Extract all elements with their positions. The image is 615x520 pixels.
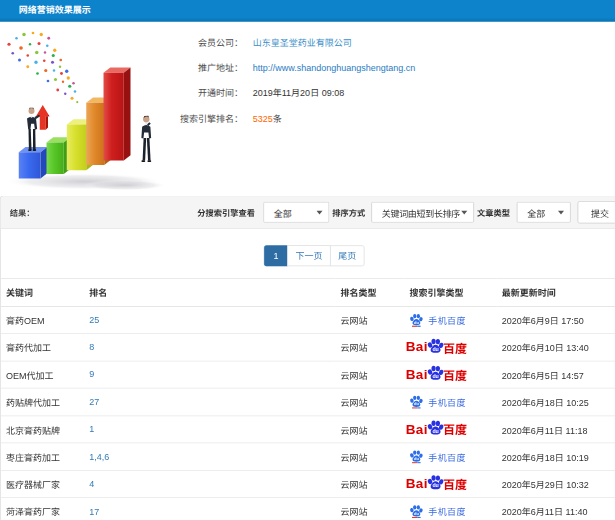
sort-label: 排序方式 (332, 206, 365, 218)
rank-type-cell: 云网站 (335, 388, 404, 415)
next-page-button[interactable]: 下一页 (287, 245, 331, 266)
mobile-baidu-logo: du 手机百度 (410, 313, 466, 327)
table-row: 膏药OEM 25 云网站 du (1, 306, 615, 333)
article-type-select[interactable]: 全部 (517, 202, 571, 223)
chevron-down-icon (461, 211, 467, 215)
member-fields: 会员公司：山东皇圣堂药业有限公司 推广地址：http://www.shandon… (0, 37, 345, 138)
rank-type-cell: 云网站 (335, 416, 404, 443)
mobile-baidu-logo: du 手机百度 (410, 449, 466, 463)
rank-type-cell: 云网站 (335, 443, 404, 470)
baidu-paw-icon: du (426, 337, 445, 356)
mobile-baidu-label: 手机百度 (428, 395, 466, 408)
baidu-logo: Bai du 百度 (406, 419, 467, 440)
submit-button[interactable]: 提交 (578, 201, 615, 224)
open-time-value: 2019年11月20日 09:08 (253, 88, 344, 99)
field-open-time: 开通时间：2019年11月20日 09:08 (0, 87, 345, 99)
company-link[interactable]: 山东皇圣堂药业有限公司 (253, 38, 352, 49)
svg-text:du: du (432, 373, 438, 379)
rank-cell: 8 (84, 333, 335, 360)
pagination: 1 下一页 尾页 (1, 229, 615, 279)
keyword-cell: 菏泽膏药厂家 (1, 498, 84, 520)
engine-type-cell: du 手机百度 Bai (404, 498, 496, 520)
mobile-baidu-label: 手机百度 (428, 450, 466, 463)
rank-cell: 9 (84, 361, 335, 388)
svg-text:du: du (414, 402, 419, 407)
updated-cell: 2020年6月18日 10:25 (497, 388, 615, 415)
rank-cell: 1,4,6 (84, 443, 335, 470)
baidu-latin-text: Bai (406, 421, 428, 437)
engine-type-cell: du 手机百度 Bai (404, 361, 496, 388)
filter-controls: 分搜索引擎查看 全部 排序方式 关键词由短到长排序 文章类型 全部 提交 (197, 201, 615, 224)
rank-cell: 4 (84, 470, 335, 497)
url-label: 推广地址： (0, 62, 243, 74)
updated-cell: 2020年6月10日 13:40 (497, 333, 615, 360)
svg-text:du: du (432, 428, 438, 434)
page-title: 网络营销效果展示 (19, 5, 91, 16)
baidu-latin-text: Bai (406, 476, 428, 492)
updated-cell: 2020年6月9日 17:50 (497, 306, 615, 333)
keyword-cell: 北京膏药贴牌 (1, 416, 84, 443)
col-header-keyword: 关键词 (1, 279, 84, 306)
last-page-button[interactable]: 尾页 (330, 245, 365, 266)
chevron-down-icon (317, 211, 323, 215)
member-info-section: 会员公司：山东皇圣堂药业有限公司 推广地址：http://www.shandon… (0, 22, 615, 196)
keyword-cell: 膏药OEM (1, 306, 84, 333)
engine-type-cell: du 手机百度 Bai (404, 416, 496, 443)
chevron-down-icon (558, 211, 564, 215)
updated-cell: 2020年6月11日 11:18 (497, 416, 615, 443)
baidu-paw-icon: du (426, 419, 445, 438)
baidu-cn-text: 百度 (443, 365, 467, 383)
promo-url-link[interactable]: http://www.shandonghuangshengtang.cn (253, 63, 416, 74)
open-time-label: 开通时间： (0, 87, 243, 99)
page-1-button[interactable]: 1 (264, 245, 288, 266)
keyword-cell: 医疗器械厂家 (1, 470, 84, 497)
baidu-latin-text: Bai (406, 339, 428, 355)
rank-type-cell: 云网站 (335, 498, 404, 520)
baidu-cn-text: 百度 (443, 420, 467, 438)
rank-count-unit: 条 (273, 113, 282, 124)
table-row: 北京膏药贴牌 1 云网站 du (1, 416, 615, 443)
rank-type-cell: 云网站 (335, 333, 404, 360)
bar-blue (19, 147, 48, 179)
baidu-paw-icon: du (410, 449, 424, 463)
filter-bar: 结果： 分搜索引擎查看 全部 排序方式 关键词由短到长排序 文章类型 全部 提交 (1, 197, 615, 229)
rank-type-cell: 云网站 (335, 361, 404, 388)
table-row: 菏泽膏药厂家 17 云网站 du (1, 498, 615, 520)
article-type-label: 文章类型 (477, 206, 510, 218)
baidu-cn-text: 百度 (443, 338, 467, 356)
col-header-rank: 排名 (84, 279, 335, 306)
keywords-table: 关键词 排名 排名类型 搜索引擎类型 最新更新时间 膏药OEM 25 云网站 (1, 278, 615, 520)
svg-text:du: du (432, 483, 438, 489)
updated-cell: 2020年5月29日 10:32 (497, 470, 615, 497)
col-header-rank-type: 排名类型 (335, 279, 404, 306)
table-row: 膏药代加工 8 云网站 du (1, 333, 615, 360)
sort-select[interactable]: 关键词由短到长排序 (371, 202, 474, 223)
svg-text:du: du (414, 511, 419, 516)
rank-count-value: 5325 (253, 113, 273, 124)
keyword-cell: 膏药代加工 (1, 333, 84, 360)
col-header-updated: 最新更新时间 (497, 279, 615, 306)
rank-cell: 1 (84, 416, 335, 443)
engine-filter-label: 分搜索引擎查看 (197, 206, 255, 218)
table-header-row: 关键词 排名 排名类型 搜索引擎类型 最新更新时间 (1, 279, 615, 306)
rank-type-cell: 云网站 (335, 470, 404, 497)
col-header-engine-type: 搜索引擎类型 (404, 279, 496, 306)
company-label: 会员公司： (0, 37, 243, 49)
mobile-baidu-label: 手机百度 (428, 313, 466, 326)
svg-text:du: du (414, 320, 419, 325)
keyword-cell: 枣庄膏药加工 (1, 443, 84, 470)
baidu-logo: Bai du 百度 (406, 364, 467, 385)
baidu-cn-text: 百度 (443, 475, 467, 493)
engine-select[interactable]: 全部 (263, 202, 329, 223)
baidu-logo: Bai du 百度 (406, 337, 467, 358)
field-url: 推广地址：http://www.shandonghuangshengtang.c… (0, 62, 345, 74)
baidu-paw-icon: du (410, 504, 424, 518)
keyword-cell: 药贴牌代加工 (1, 388, 84, 415)
table-row: 医疗器械厂家 4 云网站 du (1, 470, 615, 497)
engine-type-cell: du 手机百度 Bai (404, 470, 496, 497)
updated-cell: 2020年6月11日 11:40 (497, 498, 615, 520)
keyword-cell: OEM代加工 (1, 361, 84, 388)
baidu-paw-icon: du (426, 473, 445, 492)
mobile-baidu-logo: du 手机百度 (410, 395, 466, 409)
baidu-logo: Bai du 百度 (406, 473, 467, 494)
